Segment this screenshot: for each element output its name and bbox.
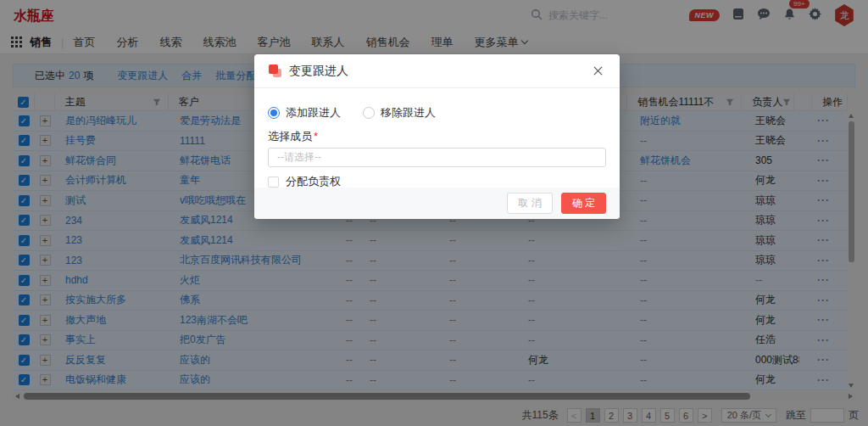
radio-remove-label: 移除跟进人 bbox=[381, 105, 436, 121]
modal-header: 变更跟进人 bbox=[254, 54, 620, 88]
required-mark: * bbox=[314, 130, 318, 143]
modal-footer: 取 消 确 定 bbox=[254, 188, 620, 219]
close-icon[interactable] bbox=[591, 64, 605, 78]
follower-mode-radio-group: 添加跟进人 移除跟进人 bbox=[268, 105, 606, 121]
assign-owner-checkbox[interactable] bbox=[268, 177, 279, 188]
change-follower-icon bbox=[269, 64, 281, 77]
cancel-button[interactable]: 取 消 bbox=[507, 193, 552, 214]
change-follower-modal: 变更跟进人 添加跟进人 移除跟进人 选择成员* --请选择-- 分配负责权 取 … bbox=[254, 54, 620, 219]
radio-remove-follower[interactable] bbox=[363, 107, 375, 119]
radio-add-follower[interactable] bbox=[268, 107, 280, 119]
member-select-placeholder: --请选择-- bbox=[277, 150, 321, 165]
member-field-label: 选择成员* bbox=[268, 129, 606, 144]
member-label-text: 选择成员 bbox=[268, 130, 312, 143]
modal-title: 变更跟进人 bbox=[289, 64, 348, 79]
modal-body: 添加跟进人 移除跟进人 选择成员* --请选择-- 分配负责权 bbox=[254, 88, 620, 189]
confirm-button[interactable]: 确 定 bbox=[561, 193, 606, 214]
radio-add-label: 添加跟进人 bbox=[286, 105, 341, 121]
member-select[interactable]: --请选择-- bbox=[268, 148, 606, 167]
